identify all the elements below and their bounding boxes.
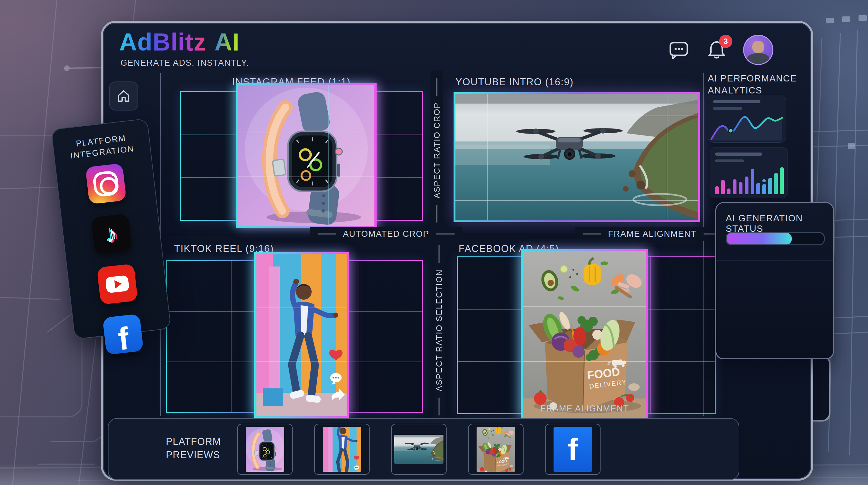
generation-progress-fill	[727, 233, 792, 245]
generation-status-panel: AI GENERATION STATUS	[715, 202, 834, 359]
line-chart-card	[708, 95, 786, 143]
sidebar-item-facebook[interactable]: f	[102, 314, 144, 355]
sidebar-item-tiktok[interactable]: ♪	[91, 213, 132, 255]
platform-previews-title: PLATFORM PREVIEWS	[166, 435, 235, 462]
preview-thumb-youtube[interactable]	[391, 424, 446, 475]
aspect-ratio-crop-label: ASPECT RATIO CROP	[431, 71, 443, 230]
app-logo: AdBlitzAI	[119, 28, 240, 57]
header-divider	[106, 71, 806, 72]
platform-integration-title: PLATFORM INTEGRATION	[53, 130, 150, 164]
facebook-crop-frame[interactable]	[521, 251, 648, 418]
user-avatar[interactable]	[743, 35, 773, 65]
food-delivery-photo	[523, 251, 646, 418]
facebook-icon: f	[117, 323, 131, 353]
preview-thumb-instagram[interactable]	[237, 424, 293, 475]
frame-alignment-bottom-label: FRAME ALIGNMENT	[533, 402, 637, 416]
bar-chart-card	[710, 147, 788, 198]
youtube-crop-frame[interactable]	[454, 92, 700, 222]
youtube-icon	[105, 275, 129, 293]
home-button[interactable]	[109, 82, 138, 111]
generation-progress-bar	[726, 232, 825, 245]
smartwatch-photo	[238, 85, 374, 226]
dashboard-panel: AdBlitzAI GENERATE ADS. INSTANTLY. 3 INS	[101, 21, 813, 481]
generation-status-title: AI GENERATION STATUS	[726, 213, 833, 234]
chat-icon	[668, 40, 689, 60]
analytics-title: AI PERFORMANCE ANALYTICS	[708, 73, 799, 96]
frame-alignment-mid-label: FRAME ALIGNMENT	[575, 227, 730, 241]
instagram-crop-frame[interactable]	[236, 85, 377, 226]
tiktok-crop-frame[interactable]	[254, 254, 349, 416]
facebook-logo-icon: f	[554, 427, 592, 472]
chart-marker-dot	[728, 129, 733, 133]
sidebar-item-instagram[interactable]	[85, 163, 126, 205]
aspect-ratio-selection-label: ASPECT RATIO SELECTION	[433, 238, 445, 423]
notifications-button[interactable]: 3	[705, 38, 728, 61]
app-tagline: GENERATE ADS. INSTANTLY.	[121, 58, 249, 68]
home-icon	[116, 88, 132, 104]
youtube-quadrant-title: YOUTUBE INTRO (16:9)	[456, 77, 574, 88]
bar-chart	[715, 166, 784, 194]
dancer-photo	[256, 254, 347, 416]
preview-thumb-tiktok[interactable]	[314, 424, 370, 475]
performance-line-chart	[710, 111, 783, 141]
chat-button[interactable]	[668, 38, 690, 61]
sidebar-item-youtube[interactable]	[97, 264, 138, 305]
preview-thumb-facebook-logo[interactable]: f	[545, 424, 600, 475]
platform-previews-bar: PLATFORM PREVIEWS f	[108, 418, 739, 480]
tiktok-icon: ♪	[104, 220, 119, 248]
notification-badge: 3	[719, 35, 733, 48]
drone-photo	[456, 94, 698, 220]
preview-thumb-facebook-ad[interactable]	[468, 424, 524, 475]
